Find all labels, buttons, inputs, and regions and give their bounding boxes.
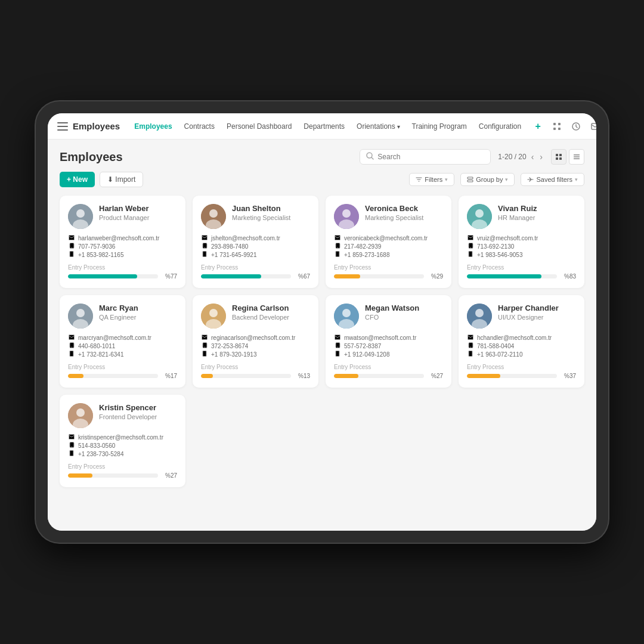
employees-grid: Harlan Weber Product Manager harlanweber… [60,196,584,487]
employee-email: hchandler@mechsoft.com.tr [467,335,576,341]
import-button[interactable]: ⬇ Import [100,172,143,187]
svg-rect-3 [558,128,561,130]
nav-link-training-program[interactable]: Training Program [407,120,472,133]
progress-percent: %13 [296,373,310,379]
progress-fill [467,374,500,378]
employee-name: Kristin Spencer [99,403,177,413]
progress-percent: %29 [429,273,443,280]
svg-point-51 [204,346,205,347]
employee-card[interactable]: Juan Shelton Marketing Specialist jshelt… [193,196,318,288]
nav-link-orientations[interactable]: Orientations [352,120,404,133]
clock-icon[interactable] [569,119,583,134]
employee-role: Marketing Specialist [365,214,443,221]
progress-fill [68,274,137,278]
progress-bar [334,274,424,278]
next-page-button[interactable]: › [538,151,544,163]
email-icon [334,335,341,341]
progress-bar [467,374,557,378]
mobile-icon [68,251,75,258]
avatar [334,204,359,229]
progress-percent: %37 [562,373,576,379]
avatar [334,304,359,329]
pagination-info: 1-20 / 20 ‹ › [498,151,544,163]
mail-icon[interactable] [588,119,596,134]
employee-card[interactable]: Harper Chandler UI/UX Designer hchandler… [459,295,584,388]
employee-email: kristinspencer@mechsoft.com.tr [68,434,177,441]
employee-name: Harlan Weber [99,204,177,214]
employee-card[interactable]: Vivan Ruiz HR Manager vruiz@mechsoft.com… [459,196,584,288]
list-view-button[interactable] [569,149,584,165]
grid-view-button[interactable] [551,149,566,165]
page-header: Employees 1-20 / 20 ‹ [60,149,584,165]
svg-rect-7 [556,154,558,156]
progress-fill [68,374,83,378]
nav-link-employees[interactable]: Employees [129,120,177,133]
employee-phone: 557-572-8387 [334,342,443,349]
employee-email: veronicabeck@mechsoft.com.tr [334,235,443,242]
nav-link-contracts[interactable]: Contracts [179,120,219,133]
filter-icon [416,177,422,182]
search-bar[interactable] [360,149,491,165]
employee-email: jshelton@mechsoft.com.tr [201,235,310,242]
employee-role: Marketing Specialist [232,214,310,221]
mobile-icon [201,351,208,358]
svg-rect-12 [574,156,580,157]
phone-icon [201,342,208,349]
email-icon [201,335,208,341]
filters-button[interactable]: Filters ▾ [409,173,454,186]
new-button[interactable]: + New [60,172,95,187]
employee-phone: 781-588-0404 [467,342,576,349]
nav-link-configuration[interactable]: Configuration [474,120,526,133]
employee-name: Vivan Ruiz [498,204,576,214]
saved-filters-button[interactable]: Saved filters ▾ [521,173,584,186]
add-icon[interactable]: + [531,119,545,134]
entry-process-label: Entry Process [467,364,576,370]
progress-bar [68,473,158,478]
employee-card[interactable]: Megan Watson CFO mwatson@mechsoft.com.tr… [326,295,451,388]
employee-role: QA Engineer [99,314,177,321]
nav-link-departments[interactable]: Departments [299,120,349,133]
entry-process-label: Entry Process [68,364,177,370]
employee-phone: 440-680-1011 [68,342,177,349]
employee-phone: 293-898-7480 [201,243,310,250]
employee-phone: 707-757-9036 [68,243,177,250]
avatar [68,304,93,329]
avatar [467,204,492,229]
search-icon [366,152,374,162]
email-icon [201,235,208,242]
progress-bar [467,274,557,278]
progress-percent: %17 [163,373,177,379]
employee-card[interactable]: Veronica Beck Marketing Specialist veron… [326,196,451,288]
svg-point-63 [470,346,470,347]
svg-rect-2 [553,128,556,130]
progress-bar [334,374,424,378]
search-input[interactable] [377,153,484,161]
content-area: Employees 1-20 / 20 ‹ [48,140,596,531]
hamburger-menu-icon[interactable] [57,122,68,131]
mobile-icon [467,251,474,258]
svg-rect-10 [559,157,562,160]
avatar [467,304,492,329]
employee-card[interactable]: Kristin Spencer Frontend Developer krist… [60,395,185,487]
entry-process-label: Entry Process [201,364,310,370]
svg-point-41 [76,309,85,317]
employee-card[interactable]: Regina Carlson Backend Developer reginac… [193,295,318,388]
employee-card[interactable]: Harlan Weber Product Manager harlanweber… [60,196,185,288]
progress-bar [201,374,291,378]
email-icon [467,235,474,242]
prev-page-button[interactable]: ‹ [530,151,535,163]
employee-card[interactable]: Marc Ryan QA Engineer marcryan@mechsoft.… [60,295,185,388]
group-by-button[interactable]: Group by ▾ [460,173,515,186]
employee-name: Juan Shelton [232,204,310,214]
svg-rect-15 [467,180,473,182]
toolbar-left: + New ⬇ Import [60,172,143,187]
employee-phone: 217-482-2939 [334,243,443,250]
svg-point-57 [337,346,338,347]
employee-mobile: +1 859-273-1688 [334,251,443,258]
employee-mobile: +1 732-821-6341 [68,351,177,358]
email-icon [334,235,341,242]
employee-phone: 372-253-8674 [201,342,310,349]
mobile-icon [201,251,208,258]
nav-link-personel-dashboard[interactable]: Personel Dashboard [222,120,296,133]
apps-icon[interactable] [550,119,564,134]
